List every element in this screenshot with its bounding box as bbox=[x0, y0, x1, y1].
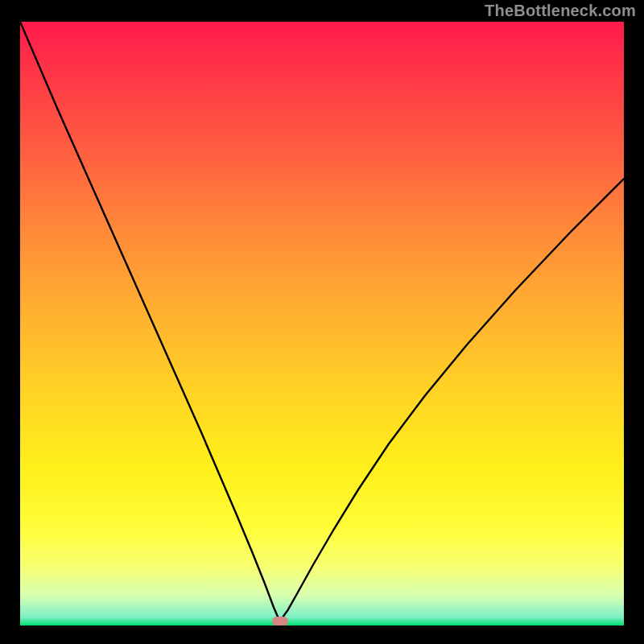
bottleneck-curve bbox=[20, 22, 624, 625]
minimum-marker bbox=[272, 617, 288, 625]
watermark-label: TheBottleneck.com bbox=[485, 2, 636, 20]
chart-stage: TheBottleneck.com bbox=[0, 0, 644, 644]
plot-area bbox=[20, 22, 624, 625]
curve-path bbox=[20, 22, 624, 621]
